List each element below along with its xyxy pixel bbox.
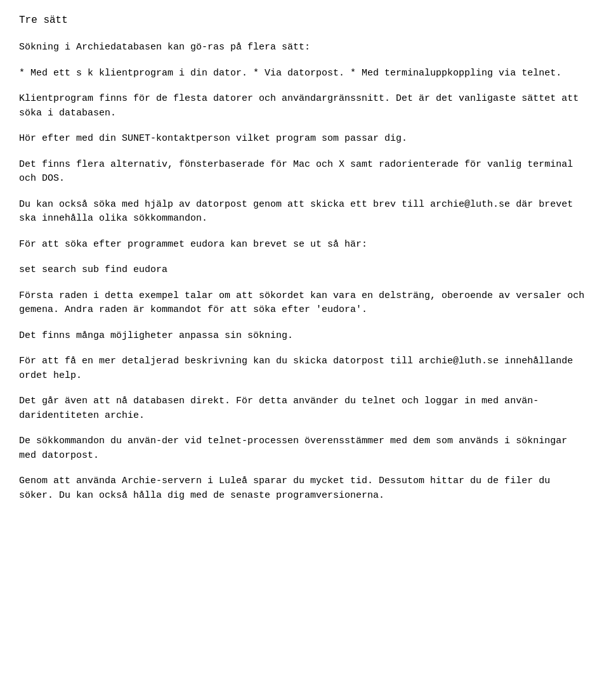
paragraph-5: För att söka efter programmet eudora kan…: [19, 238, 590, 252]
paragraph-11: Genom att använda Archie-servern i Luleå…: [19, 474, 590, 503]
page-title: Tre sätt: [19, 13, 590, 28]
paragraph-4: Du kan också söka med hjälp av datorpost…: [19, 198, 590, 226]
paragraph-2: Hör efter med din SUNET-kontaktperson vi…: [19, 132, 590, 146]
paragraph-1: Klientprogram finns för de flesta datore…: [19, 92, 590, 120]
intro-paragraph: Sökning i Archiedatabasen kan gö-ras på …: [19, 41, 590, 55]
paragraph-7: Det finns många möjligheter anpassa sin …: [19, 329, 590, 344]
paragraph-6: Första raden i detta exempel talar om at…: [19, 289, 590, 318]
paragraph-8: För att få en mer detaljerad beskrivning…: [19, 354, 590, 383]
code-block: set search sub find eudora: [19, 263, 590, 278]
paragraph-3: Det finns flera alternativ, fönsterbaser…: [19, 158, 590, 186]
paragraph-10: De sökkommandon du använ-der vid telnet-…: [19, 434, 590, 463]
paragraph-9: Det går även att nå databasen direkt. Fö…: [19, 394, 590, 423]
list-paragraph: * Med ett s k klientprogram i din dator.…: [19, 67, 590, 81]
